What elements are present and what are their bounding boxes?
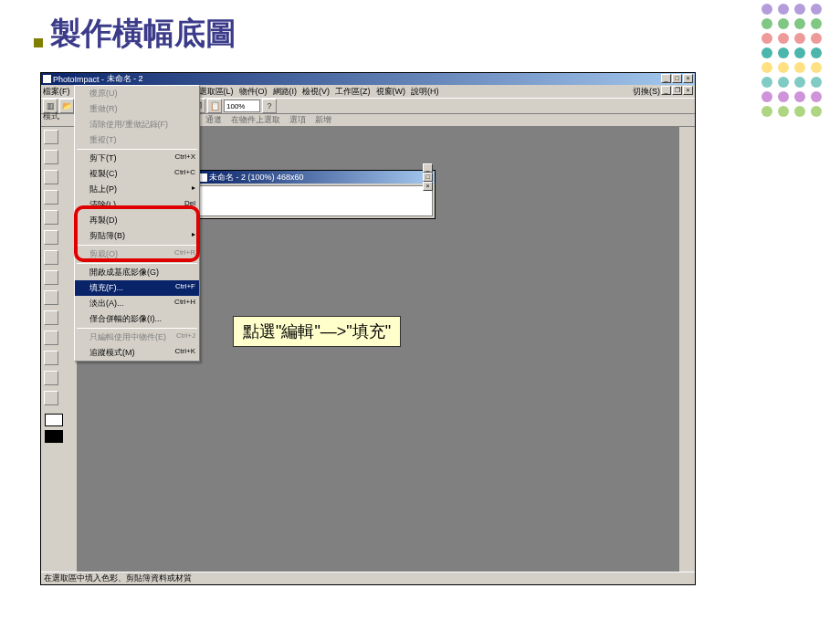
doc-maximize-button[interactable]: □ [423,173,433,182]
menu-item[interactable]: 剪下(T)Ctrl+X [75,151,199,166]
dot-icon [794,106,805,117]
tool-select-icon[interactable] [44,170,58,184]
dot-icon [778,106,789,117]
menu-item[interactable]: 檢視(V) [302,86,330,98]
menu-item[interactable]: 網路(I) [273,86,298,98]
dot-icon [778,4,789,15]
menu-item: 只編輯使用中物件(E)Ctrl+J [75,330,199,345]
dot-icon [778,91,789,102]
dot-icon [794,77,805,88]
decorative-dots [761,4,824,117]
tool-lasso-icon[interactable] [44,190,58,205]
close-button[interactable]: × [683,74,693,83]
dot-icon [811,4,822,15]
menu-item[interactable]: 說明(H) [411,86,439,98]
dot-icon [811,33,822,44]
document-window[interactable]: 未命名 - 2 (100%) 468x60 _ □ × [196,170,436,219]
dot-icon [811,18,822,29]
dot-icon [778,62,789,73]
tool-open-icon[interactable]: 📂 [59,99,74,113]
tool-crop-icon[interactable] [44,250,58,265]
tool-help-icon[interactable]: ? [262,99,277,113]
menu-item[interactable]: 開啟成基底影像(G) [75,265,199,280]
dot-icon [778,18,789,29]
dot-icon [811,91,822,102]
dot-icon [811,47,822,58]
zoom-input[interactable]: 100% [224,100,260,112]
dot-icon [761,91,772,102]
menu-item[interactable]: 物件(O) [239,86,268,98]
menu-item: 清除使用/重做記錄(F) [75,117,199,132]
tool-clone-icon[interactable] [44,290,58,305]
maximize-button[interactable]: □ [672,74,682,83]
tool-eyedrop-icon[interactable] [44,391,58,405]
left-toolbox [41,127,78,572]
doc-canvas[interactable] [199,185,433,216]
dot-icon [761,33,772,44]
titlebar: PhotoImpact - 未命名 - 2 _ □ × [41,73,695,85]
menu-item: 剪裁(O)Ctrl+R [75,247,199,262]
minimize-button[interactable]: _ [661,74,671,83]
menu-item[interactable]: 清除(L)Del [75,197,199,213]
tool-wand-icon[interactable] [44,210,58,225]
menu-item[interactable]: 再製(D) [75,213,199,228]
inner-restore-button[interactable]: ❐ [672,86,682,95]
menu-item: 重複(T) [75,132,199,148]
tool-text-icon[interactable] [44,230,58,245]
dot-icon [794,4,805,15]
menu-item[interactable]: 工作區(Z) [335,86,371,98]
dot-icon [761,4,772,15]
sub-toolbar-label[interactable]: 選項 [289,114,306,126]
tool-brush-icon[interactable] [44,270,58,285]
swatch-background[interactable] [45,430,63,443]
dot-icon [794,91,805,102]
menu-item[interactable]: 僅合併幅的影像(I)... [75,311,199,327]
mode-label: 模式 [43,110,59,122]
inner-minimize-button[interactable]: _ [661,86,671,95]
doc-close-button[interactable]: × [423,182,433,191]
app-icon [43,75,51,83]
doc-window-icon [199,173,207,182]
status-text: 在選取區中填入色彩、剪貼簿資料或材質 [44,572,192,584]
menu-item: 重做(R) [75,101,199,117]
dot-icon [761,77,772,88]
statusbar: 在選取區中填入色彩、剪貼簿資料或材質 [41,572,695,584]
app-title-doc: 未命名 - 2 [107,73,143,85]
edit-menu-dropdown: 復原(U)重做(R)清除使用/重做記錄(F)重複(T)剪下(T)Ctrl+X複製… [74,85,200,362]
menu-item[interactable]: 貼上(P)▸ [75,182,199,197]
dot-icon [761,47,772,58]
menu-item[interactable]: 剪貼簿(B)▸ [75,228,199,244]
dot-icon [794,18,805,29]
inner-close-button[interactable]: × [683,86,693,95]
menu-item[interactable]: 複製(C)Ctrl+C [75,166,199,182]
menu-item[interactable]: 視窗(W) [376,86,406,98]
dot-icon [794,47,805,58]
app-title-prefix: PhotoImpact [53,75,100,84]
tool-shape-icon[interactable] [44,371,58,385]
doc-minimize-button[interactable]: _ [423,163,433,173]
swatch-foreground[interactable] [45,414,63,426]
tool-gradient-icon[interactable] [44,351,58,365]
tool-paste-icon[interactable]: 📋 [207,99,222,113]
menu-item[interactable]: 檔案(F) [43,86,70,98]
dot-icon [778,77,789,88]
menu-item[interactable]: 追蹤模式(M)Ctrl+K [75,345,199,361]
sub-toolbar-label[interactable]: 通道 [205,114,222,126]
menu-item[interactable]: 淡出(A)...Ctrl+H [75,296,199,311]
menu-item[interactable]: 填充(F)...Ctrl+F [75,280,199,296]
sub-toolbar-label[interactable]: 在物件上選取 [231,114,280,126]
tool-arrow-icon[interactable] [44,130,58,144]
dot-icon [761,18,772,29]
menu-item: 復原(U) [75,86,199,101]
tool-move-icon[interactable] [44,150,58,164]
menu-switch[interactable]: 切換(S) [633,86,660,98]
tool-fill-icon[interactable] [44,331,58,345]
dot-icon [811,77,822,88]
dot-icon [778,47,789,58]
sub-toolbar-label[interactable]: 新增 [315,114,331,126]
dot-icon [761,106,772,117]
dot-icon [811,106,822,117]
dot-icon [794,62,805,73]
menu-item[interactable]: 選取區(L) [199,86,234,98]
tool-eraser-icon[interactable] [44,310,58,325]
